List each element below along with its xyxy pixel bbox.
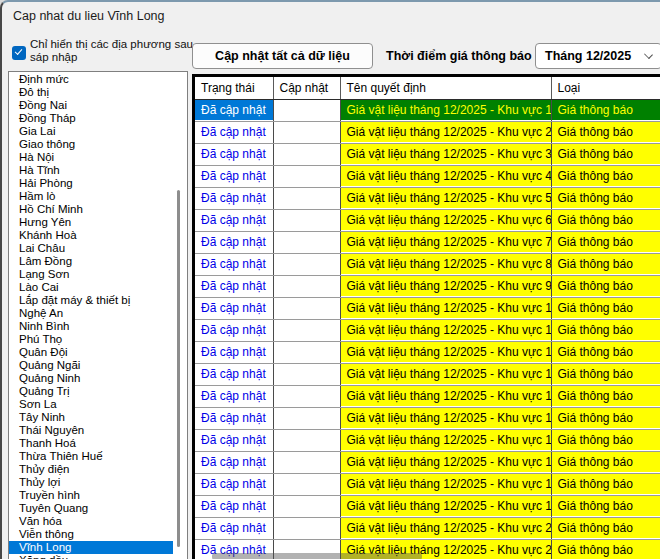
cell-status[interactable]: Đã cập nhật <box>195 363 273 385</box>
cell-update[interactable] <box>273 143 340 165</box>
cell-type[interactable]: Giá thông báo <box>551 275 660 297</box>
cell-update[interactable] <box>273 165 340 187</box>
list-item[interactable]: Đô thị <box>9 86 187 99</box>
list-item[interactable]: Hồ Chí Minh <box>9 203 187 216</box>
cell-status[interactable]: Đã cập nhật <box>195 495 273 517</box>
list-item[interactable]: Thanh Hoá <box>9 437 187 450</box>
list-item[interactable]: Lạng Sơn <box>9 268 187 281</box>
cell-name[interactable]: Giá vật liệu tháng 12/2025 - Khu vực 4 <box>340 165 551 187</box>
cell-status[interactable]: Đã cập nhật <box>195 253 273 275</box>
cell-name[interactable]: Giá vật liệu tháng 12/2025 - Khu vực 15 <box>340 407 551 429</box>
list-item[interactable]: Gia Lai <box>9 125 187 138</box>
cell-name[interactable]: Giá vật liệu tháng 12/2025 - Khu vực 9 <box>340 275 551 297</box>
cell-name[interactable]: Giá vật liệu tháng 12/2025 - Khu vực 8 <box>340 253 551 275</box>
list-item[interactable]: Thái Nguyên <box>9 424 187 437</box>
cell-type[interactable]: Giá thông báo <box>551 165 660 187</box>
merged-provinces-checkbox[interactable] <box>12 46 26 60</box>
cell-update[interactable] <box>273 451 340 473</box>
merged-provinces-checkbox-label[interactable]: Chỉ hiển thị các địa phương sau sáp nhập <box>30 38 193 64</box>
cell-name[interactable]: Giá vật liệu tháng 12/2025 - Khu vực 5 <box>340 187 551 209</box>
cell-type[interactable]: Giá thông báo <box>551 385 660 407</box>
cell-status[interactable]: Đã cập nhật <box>195 407 273 429</box>
cell-status[interactable]: Đã cập nhật <box>195 451 273 473</box>
cell-name[interactable]: Giá vật liệu tháng 12/2025 - Khu vực 11 <box>340 319 551 341</box>
cell-update[interactable] <box>273 187 340 209</box>
cell-type[interactable]: Giá thông báo <box>551 429 660 451</box>
cell-update[interactable] <box>273 473 340 495</box>
cell-status[interactable]: Đã cập nhật <box>195 429 273 451</box>
cell-update[interactable] <box>273 275 340 297</box>
list-item[interactable]: Truyền hình <box>9 489 187 502</box>
cell-status[interactable]: Đã cập nhật <box>195 319 273 341</box>
cell-status[interactable]: Đã cập nhật <box>195 165 273 187</box>
list-item[interactable]: Quảng Trị <box>9 385 187 398</box>
cell-update[interactable] <box>273 99 340 121</box>
cell-update[interactable] <box>273 297 340 319</box>
cell-status[interactable]: Đã cập nhật <box>195 143 273 165</box>
cell-name[interactable]: Giá vật liệu tháng 12/2025 - Khu vực 16 <box>340 429 551 451</box>
list-item[interactable]: Sơn La <box>9 398 187 411</box>
cell-type[interactable]: Giá thông báo <box>551 517 660 539</box>
cell-type[interactable]: Giá thông báo <box>551 341 660 363</box>
cell-name[interactable]: Giá vật liệu tháng 12/2025 - Khu vực 10 <box>340 297 551 319</box>
cell-status[interactable]: Đã cập nhật <box>195 209 273 231</box>
cell-name[interactable]: Giá vật liệu tháng 12/2025 - Khu vực 19 <box>340 495 551 517</box>
cell-status[interactable]: Đã cập nhật <box>195 231 273 253</box>
list-item[interactable]: Tuyên Quang <box>9 502 187 515</box>
cell-update[interactable] <box>273 429 340 451</box>
list-item[interactable]: Lâm Đồng <box>9 255 187 268</box>
list-item[interactable]: Hà Tĩnh <box>9 164 187 177</box>
column-header[interactable]: Loại <box>551 77 660 99</box>
price-month-dropdown[interactable]: Tháng 12/2025 <box>535 43 660 69</box>
cell-update[interactable] <box>273 363 340 385</box>
cell-status[interactable]: Đã cập nhật <box>195 275 273 297</box>
update-all-data-button[interactable]: Cập nhật tất cả dữ liệu <box>192 43 373 69</box>
list-item[interactable]: Thủy lợi <box>9 476 187 489</box>
cell-type[interactable]: Giá thông báo <box>551 407 660 429</box>
list-item[interactable]: Lào Cai <box>9 281 187 294</box>
cell-name[interactable]: Giá vật liệu tháng 12/2025 - Khu vực 18 <box>340 473 551 495</box>
cell-name[interactable]: Giá vật liệu tháng 12/2025 - Khu vực 14 <box>340 385 551 407</box>
list-item[interactable]: Đồng Nai <box>9 99 187 112</box>
list-item[interactable]: Hưng Yên <box>9 216 187 229</box>
list-item[interactable]: Xăng dầu <box>9 554 187 559</box>
cell-update[interactable] <box>273 253 340 275</box>
list-item[interactable]: Giao thông <box>9 138 187 151</box>
cell-type[interactable]: Giá thông báo <box>551 121 660 143</box>
cell-name[interactable]: Giá vật liệu tháng 12/2025 - Khu vực 12 <box>340 341 551 363</box>
list-item[interactable]: Ninh Bình <box>9 320 187 333</box>
cell-update[interactable] <box>273 495 340 517</box>
cell-type[interactable]: Giá thông báo <box>551 231 660 253</box>
cell-name[interactable]: Giá vật liệu tháng 12/2025 - Khu vực 2 <box>340 121 551 143</box>
cell-name[interactable]: Giá vật liệu tháng 12/2025 - Khu vực 7 <box>340 231 551 253</box>
list-item[interactable]: Đồng Tháp <box>9 112 187 125</box>
cell-type[interactable]: Giá thông báo <box>551 143 660 165</box>
column-header[interactable]: Tên quyết định <box>340 77 551 99</box>
list-item[interactable]: Quảng Ngãi <box>9 359 187 372</box>
listbox-scrollbar-thumb[interactable] <box>177 190 180 547</box>
list-item[interactable]: Nghệ An <box>9 307 187 320</box>
cell-update[interactable] <box>273 407 340 429</box>
cell-status[interactable]: Đã cập nhật <box>195 473 273 495</box>
cell-status[interactable]: Đã cập nhật <box>195 121 273 143</box>
cell-name[interactable]: Giá vật liệu tháng 12/2025 - Khu vực 6 <box>340 209 551 231</box>
list-item[interactable]: Lắp đặt máy & thiết bị <box>9 294 187 307</box>
cell-update[interactable] <box>273 319 340 341</box>
column-header[interactable]: Trạng thái <box>195 77 273 99</box>
cell-status[interactable]: Đã cập nhật <box>195 517 273 539</box>
cell-type[interactable]: Giá thông báo <box>551 451 660 473</box>
cell-type[interactable]: Giá thông báo <box>551 539 660 559</box>
cell-update[interactable] <box>273 385 340 407</box>
list-item[interactable]: Quảng Ninh <box>9 372 187 385</box>
list-item[interactable]: Tây Ninh <box>9 411 187 424</box>
cell-update[interactable] <box>273 209 340 231</box>
cell-type[interactable]: Giá thông báo <box>551 297 660 319</box>
table-hscrollbar-thumb[interactable] <box>212 553 422 559</box>
list-item[interactable]: Thủy điện <box>9 463 187 476</box>
cell-type[interactable]: Giá thông báo <box>551 363 660 385</box>
cell-status[interactable]: Đã cập nhật <box>195 99 273 121</box>
cell-update[interactable] <box>273 121 340 143</box>
cell-name[interactable]: Giá vật liệu tháng 12/2025 - Khu vực 20 <box>340 517 551 539</box>
cell-status[interactable]: Đã cập nhật <box>195 385 273 407</box>
cell-type[interactable]: Giá thông báo <box>551 99 660 121</box>
